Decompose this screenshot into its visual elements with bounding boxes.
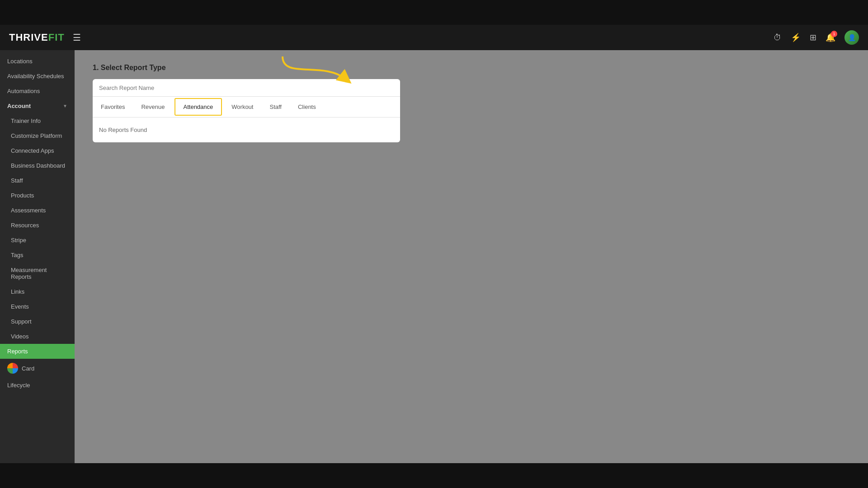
sidebar-item-resources[interactable]: Resources [0, 218, 75, 233]
sidebar-item-staff[interactable]: Staff [0, 173, 75, 188]
timer-icon[interactable]: ⏱ [774, 33, 782, 42]
logo-thrive: THRIVE [9, 32, 48, 43]
sidebar-item-links[interactable]: Links [0, 284, 75, 299]
sidebar-item-measurement-reports[interactable]: Measurement Reports [0, 263, 75, 284]
sidebar: Locations Availability Schedules Automat… [0, 50, 75, 463]
tab-favorites[interactable]: Favorites [93, 97, 133, 117]
app-wrapper: THRIVEFIT ☰ ⏱ ⚡ ⊞ 🔔 1 👤 Locations Availa… [0, 25, 868, 463]
annotation-wrapper: Favorites Revenue Attendance Workout Sta… [93, 79, 400, 142]
tab-attendance[interactable]: Attendance [175, 98, 222, 116]
header-right: ⏱ ⚡ ⊞ 🔔 1 👤 [774, 30, 859, 45]
sidebar-item-account[interactable]: Account ▼ [0, 99, 75, 113]
bottom-bar [0, 463, 868, 488]
tab-staff[interactable]: Staff [261, 97, 290, 117]
sidebar-item-trainer-info[interactable]: Trainer Info [0, 113, 75, 128]
tab-revenue[interactable]: Revenue [133, 97, 173, 117]
chevron-down-icon: ▼ [63, 103, 67, 108]
sidebar-item-lifecycle[interactable]: Lifecycle [0, 378, 75, 393]
sidebar-item-availability[interactable]: Availability Schedules [0, 69, 75, 84]
logo-fit: FIT [48, 32, 65, 43]
logo: THRIVEFIT [9, 32, 65, 43]
lightning-icon[interactable]: ⚡ [791, 33, 801, 42]
sidebar-item-card[interactable]: Card [0, 359, 75, 378]
sidebar-item-assessments[interactable]: Assessments [0, 203, 75, 218]
no-reports-message: No Reports Found [93, 117, 400, 142]
grid-icon[interactable]: ⊞ [810, 33, 816, 42]
top-bar [0, 0, 868, 25]
sidebar-item-connected-apps[interactable]: Connected Apps [0, 143, 75, 158]
body: Locations Availability Schedules Automat… [0, 50, 868, 463]
sidebar-item-videos[interactable]: Videos [0, 329, 75, 344]
tab-workout[interactable]: Workout [223, 97, 261, 117]
report-card: Favorites Revenue Attendance Workout Sta… [93, 79, 400, 142]
search-bar[interactable] [93, 79, 400, 97]
sidebar-item-customize-platform[interactable]: Customize Platform [0, 128, 75, 143]
lifecycle-color-icon [7, 363, 18, 374]
sidebar-item-stripe[interactable]: Stripe [0, 233, 75, 248]
sidebar-item-business-dashboard[interactable]: Business Dashboard [0, 158, 75, 173]
bell-icon[interactable]: 🔔 1 [826, 33, 835, 42]
main-content: 1. Select Report Type [75, 50, 868, 463]
sidebar-item-events[interactable]: Events [0, 299, 75, 314]
sidebar-item-reports[interactable]: Reports [0, 344, 75, 359]
sidebar-item-locations[interactable]: Locations [0, 54, 75, 69]
sidebar-item-tags[interactable]: Tags [0, 248, 75, 263]
user-avatar[interactable]: 👤 [844, 30, 859, 45]
search-input[interactable] [99, 84, 394, 91]
notification-badge: 1 [831, 31, 837, 37]
sidebar-item-products[interactable]: Products [0, 188, 75, 203]
sidebar-item-automations[interactable]: Automations [0, 84, 75, 99]
header: THRIVEFIT ☰ ⏱ ⚡ ⊞ 🔔 1 👤 [0, 25, 868, 50]
section-title: 1. Select Report Type [93, 64, 850, 72]
tabs-row: Favorites Revenue Attendance Workout Sta… [93, 97, 400, 117]
header-left: THRIVEFIT ☰ [9, 32, 81, 43]
sidebar-item-support[interactable]: Support [0, 314, 75, 329]
tab-clients[interactable]: Clients [290, 97, 324, 117]
hamburger-menu[interactable]: ☰ [73, 32, 81, 43]
